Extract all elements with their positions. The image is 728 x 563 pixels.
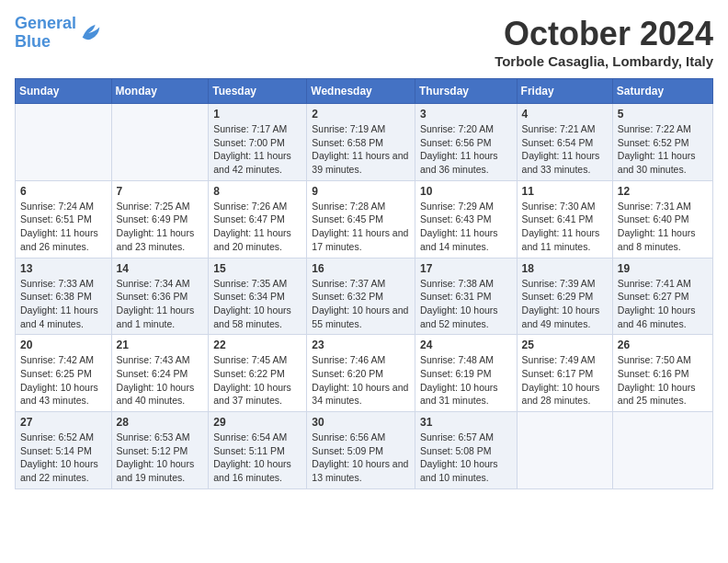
day-number: 18 bbox=[522, 262, 608, 275]
day-number: 23 bbox=[312, 339, 410, 351]
day-number: 20 bbox=[20, 339, 107, 351]
day-number: 13 bbox=[20, 262, 107, 275]
day-number: 3 bbox=[420, 108, 512, 121]
calendar-week-row: 20Sunrise: 7:42 AMSunset: 6:25 PMDayligh… bbox=[16, 335, 713, 412]
calendar-cell: 25Sunrise: 7:49 AMSunset: 6:17 PMDayligh… bbox=[517, 335, 612, 412]
header-friday: Friday bbox=[517, 79, 612, 104]
day-number: 19 bbox=[618, 262, 708, 275]
calendar-week-row: 27Sunrise: 6:52 AMSunset: 5:14 PMDayligh… bbox=[16, 412, 713, 489]
day-number: 12 bbox=[618, 185, 708, 198]
calendar-cell bbox=[612, 412, 712, 489]
day-content: Sunrise: 7:50 AMSunset: 6:16 PMDaylight:… bbox=[618, 353, 708, 408]
day-number: 2 bbox=[312, 108, 410, 121]
day-content: Sunrise: 6:56 AMSunset: 5:09 PMDaylight:… bbox=[312, 431, 410, 485]
logo: General Blue bbox=[15, 15, 104, 52]
calendar-week-row: 1Sunrise: 7:17 AMSunset: 7:00 PMDaylight… bbox=[16, 104, 713, 181]
calendar-cell: 6Sunrise: 7:24 AMSunset: 6:51 PMDaylight… bbox=[16, 180, 112, 258]
calendar-cell: 27Sunrise: 6:52 AMSunset: 5:14 PMDayligh… bbox=[16, 412, 112, 489]
calendar-cell: 5Sunrise: 7:22 AMSunset: 6:52 PMDaylight… bbox=[612, 104, 712, 181]
calendar-cell: 12Sunrise: 7:31 AMSunset: 6:40 PMDayligh… bbox=[612, 180, 712, 258]
logo-text: General Blue bbox=[15, 15, 76, 52]
day-number: 5 bbox=[618, 108, 708, 121]
header-monday: Monday bbox=[111, 79, 209, 104]
page-header: General Blue October 2024 Torbole Casagl… bbox=[15, 15, 713, 69]
day-content: Sunrise: 7:42 AMSunset: 6:25 PMDaylight:… bbox=[20, 353, 107, 408]
day-content: Sunrise: 7:48 AMSunset: 6:19 PMDaylight:… bbox=[420, 353, 512, 408]
location-title: Torbole Casaglia, Lombardy, Italy bbox=[495, 53, 713, 69]
calendar-cell: 8Sunrise: 7:26 AMSunset: 6:47 PMDaylight… bbox=[209, 180, 307, 258]
day-content: Sunrise: 7:45 AMSunset: 6:22 PMDaylight:… bbox=[213, 353, 301, 408]
calendar-cell: 4Sunrise: 7:21 AMSunset: 6:54 PMDaylight… bbox=[517, 104, 612, 181]
day-content: Sunrise: 7:37 AMSunset: 6:32 PMDaylight:… bbox=[312, 277, 410, 331]
calendar-cell: 17Sunrise: 7:38 AMSunset: 6:31 PMDayligh… bbox=[415, 258, 517, 335]
day-number: 30 bbox=[312, 416, 410, 429]
day-number: 24 bbox=[420, 339, 512, 351]
calendar-week-row: 6Sunrise: 7:24 AMSunset: 6:51 PMDaylight… bbox=[16, 180, 713, 258]
day-number: 31 bbox=[420, 416, 512, 429]
day-number: 27 bbox=[20, 416, 107, 429]
month-title: October 2024 bbox=[495, 15, 713, 53]
day-content: Sunrise: 7:43 AMSunset: 6:24 PMDaylight:… bbox=[117, 353, 204, 408]
day-content: Sunrise: 7:33 AMSunset: 6:38 PMDaylight:… bbox=[20, 277, 107, 331]
day-content: Sunrise: 7:38 AMSunset: 6:31 PMDaylight:… bbox=[420, 277, 512, 331]
day-number: 11 bbox=[522, 185, 608, 198]
header-wednesday: Wednesday bbox=[307, 79, 415, 104]
calendar-header-row: SundayMondayTuesdayWednesdayThursdayFrid… bbox=[16, 79, 713, 104]
calendar-cell: 21Sunrise: 7:43 AMSunset: 6:24 PMDayligh… bbox=[111, 335, 209, 412]
day-number: 16 bbox=[312, 262, 410, 275]
calendar-cell: 31Sunrise: 6:57 AMSunset: 5:08 PMDayligh… bbox=[415, 412, 517, 489]
calendar-cell: 19Sunrise: 7:41 AMSunset: 6:27 PMDayligh… bbox=[612, 258, 712, 335]
day-content: Sunrise: 7:28 AMSunset: 6:45 PMDaylight:… bbox=[312, 200, 410, 254]
calendar-week-row: 13Sunrise: 7:33 AMSunset: 6:38 PMDayligh… bbox=[16, 258, 713, 335]
day-number: 29 bbox=[213, 416, 301, 429]
calendar-cell: 13Sunrise: 7:33 AMSunset: 6:38 PMDayligh… bbox=[16, 258, 112, 335]
header-thursday: Thursday bbox=[415, 79, 517, 104]
day-number: 7 bbox=[117, 185, 204, 198]
calendar-cell: 22Sunrise: 7:45 AMSunset: 6:22 PMDayligh… bbox=[209, 335, 307, 412]
calendar-cell: 3Sunrise: 7:20 AMSunset: 6:56 PMDaylight… bbox=[415, 104, 517, 181]
calendar-cell bbox=[16, 104, 112, 181]
calendar-cell: 2Sunrise: 7:19 AMSunset: 6:58 PMDaylight… bbox=[307, 104, 415, 181]
calendar-cell: 28Sunrise: 6:53 AMSunset: 5:12 PMDayligh… bbox=[111, 412, 209, 489]
calendar-cell bbox=[517, 412, 612, 489]
day-content: Sunrise: 6:52 AMSunset: 5:14 PMDaylight:… bbox=[20, 431, 107, 485]
day-number: 8 bbox=[213, 185, 301, 198]
calendar-cell: 26Sunrise: 7:50 AMSunset: 6:16 PMDayligh… bbox=[612, 335, 712, 412]
day-number: 4 bbox=[522, 108, 608, 121]
day-content: Sunrise: 7:20 AMSunset: 6:56 PMDaylight:… bbox=[420, 122, 512, 177]
calendar-cell: 23Sunrise: 7:46 AMSunset: 6:20 PMDayligh… bbox=[307, 335, 415, 412]
day-content: Sunrise: 6:54 AMSunset: 5:11 PMDaylight:… bbox=[213, 431, 301, 485]
day-content: Sunrise: 7:31 AMSunset: 6:40 PMDaylight:… bbox=[618, 200, 708, 254]
day-content: Sunrise: 7:35 AMSunset: 6:34 PMDaylight:… bbox=[213, 277, 301, 331]
day-number: 10 bbox=[420, 185, 512, 198]
day-content: Sunrise: 7:17 AMSunset: 7:00 PMDaylight:… bbox=[213, 122, 301, 177]
day-content: Sunrise: 7:19 AMSunset: 6:58 PMDaylight:… bbox=[312, 122, 410, 177]
calendar-table: SundayMondayTuesdayWednesdayThursdayFrid… bbox=[15, 78, 713, 489]
day-number: 21 bbox=[117, 339, 204, 351]
day-number: 14 bbox=[117, 262, 204, 275]
day-content: Sunrise: 7:21 AMSunset: 6:54 PMDaylight:… bbox=[522, 122, 608, 177]
calendar-cell: 14Sunrise: 7:34 AMSunset: 6:36 PMDayligh… bbox=[111, 258, 209, 335]
calendar-cell: 20Sunrise: 7:42 AMSunset: 6:25 PMDayligh… bbox=[16, 335, 112, 412]
day-content: Sunrise: 6:53 AMSunset: 5:12 PMDaylight:… bbox=[117, 431, 204, 485]
day-number: 28 bbox=[117, 416, 204, 429]
day-content: Sunrise: 7:39 AMSunset: 6:29 PMDaylight:… bbox=[522, 277, 608, 331]
calendar-cell: 11Sunrise: 7:30 AMSunset: 6:41 PMDayligh… bbox=[517, 180, 612, 258]
day-number: 26 bbox=[618, 339, 708, 351]
day-content: Sunrise: 7:49 AMSunset: 6:17 PMDaylight:… bbox=[522, 353, 608, 408]
day-content: Sunrise: 7:26 AMSunset: 6:47 PMDaylight:… bbox=[213, 200, 301, 254]
day-content: Sunrise: 7:30 AMSunset: 6:41 PMDaylight:… bbox=[522, 200, 608, 254]
calendar-cell: 30Sunrise: 6:56 AMSunset: 5:09 PMDayligh… bbox=[307, 412, 415, 489]
calendar-cell: 24Sunrise: 7:48 AMSunset: 6:19 PMDayligh… bbox=[415, 335, 517, 412]
calendar-cell: 16Sunrise: 7:37 AMSunset: 6:32 PMDayligh… bbox=[307, 258, 415, 335]
day-content: Sunrise: 7:46 AMSunset: 6:20 PMDaylight:… bbox=[312, 353, 410, 408]
day-number: 22 bbox=[213, 339, 301, 351]
calendar-cell: 1Sunrise: 7:17 AMSunset: 7:00 PMDaylight… bbox=[209, 104, 307, 181]
header-tuesday: Tuesday bbox=[209, 79, 307, 104]
day-content: Sunrise: 7:22 AMSunset: 6:52 PMDaylight:… bbox=[618, 122, 708, 177]
title-block: October 2024 Torbole Casaglia, Lombardy,… bbox=[495, 15, 713, 69]
header-saturday: Saturday bbox=[612, 79, 712, 104]
day-number: 25 bbox=[522, 339, 608, 351]
calendar-cell bbox=[111, 104, 209, 181]
calendar-cell: 9Sunrise: 7:28 AMSunset: 6:45 PMDaylight… bbox=[307, 180, 415, 258]
